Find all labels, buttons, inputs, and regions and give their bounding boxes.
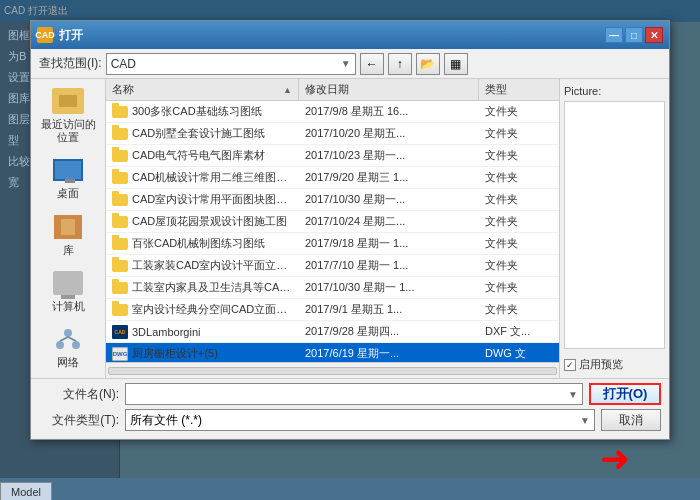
- folder-icon: [112, 128, 128, 140]
- file-row[interactable]: 百张CAD机械制图练习图纸2017/9/18 星期一 1...文件夹: [106, 233, 559, 255]
- filename-combo-arrow: ▼: [568, 389, 578, 400]
- file-row[interactable]: 工装家装CAD室内设计平面立面图块素材2017/7/10 星期一 1...文件夹: [106, 255, 559, 277]
- file-type-cell: 文件夹: [479, 299, 559, 320]
- file-row[interactable]: CAD室内设计常用平面图块图库合集2017/10/30 星期一...文件夹: [106, 189, 559, 211]
- folder-combo[interactable]: CAD ▼: [106, 53, 356, 75]
- file-type-cell: 文件夹: [479, 101, 559, 122]
- filetype-combo[interactable]: 所有文件 (*.*) ▼: [125, 409, 595, 431]
- file-name-cell: 百张CAD机械制图练习图纸: [106, 233, 299, 254]
- open-file-dialog: CAD 打开 — □ ✕ 查找范围(I): CAD ▼ ← ↑ 📂 ▦: [30, 20, 670, 440]
- minimize-button[interactable]: —: [605, 27, 623, 43]
- close-button[interactable]: ✕: [645, 27, 663, 43]
- svg-point-2: [72, 341, 80, 349]
- date-header[interactable]: 修改日期: [299, 79, 479, 100]
- folder-icon: [112, 172, 128, 184]
- model-tab-bar: Model: [0, 478, 700, 500]
- svg-point-0: [64, 329, 72, 337]
- sidebar-item-desktop[interactable]: 桌面: [38, 156, 98, 200]
- file-type-cell: DWG 文: [479, 343, 559, 362]
- sidebar-item-network[interactable]: 网络: [38, 325, 98, 369]
- file-name-text: CAD别墅全套设计施工图纸: [132, 126, 265, 141]
- file-name-text: 工装家装CAD室内设计平面立面图块素材: [132, 258, 293, 273]
- horizontal-scrollbar[interactable]: [106, 362, 559, 378]
- file-row[interactable]: CAD电气符号电气图库素材2017/10/23 星期一...文件夹: [106, 145, 559, 167]
- file-row[interactable]: 室内设计经典分空间CAD立面图库2017/9/1 星期五 1...文件夹: [106, 299, 559, 321]
- filetype-label: 文件类型(T):: [39, 412, 119, 429]
- file-name-text: CAD机械设计常用二维三维图块模型: [132, 170, 293, 185]
- cancel-button-label: 取消: [619, 412, 643, 429]
- file-row[interactable]: CAD机械设计常用二维三维图块模型2017/9/20 星期三 1...文件夹: [106, 167, 559, 189]
- recent-label: 最近访问的位置: [38, 118, 98, 144]
- cancel-button[interactable]: 取消: [601, 409, 661, 431]
- sort-arrow-icon: ▲: [283, 85, 292, 95]
- right-preview-panel: Picture: ✓ 启用预览: [559, 79, 669, 378]
- file-type-cell: DXF 文...: [479, 321, 559, 342]
- file-name-cell: CAD别墅全套设计施工图纸: [106, 123, 299, 144]
- desktop-label: 桌面: [57, 187, 79, 200]
- file-date-cell: 2017/10/23 星期一...: [299, 145, 479, 166]
- back-icon: ←: [366, 57, 378, 71]
- enable-preview-checkbox[interactable]: ✓: [564, 359, 576, 371]
- cad-file-icon: CAD: [112, 325, 128, 339]
- file-row[interactable]: 300多张CAD基础练习图纸2017/9/8 星期五 16...文件夹: [106, 101, 559, 123]
- new-folder-button[interactable]: 📂: [416, 53, 440, 75]
- network-icon: [50, 325, 86, 353]
- file-name-cell: 工装家装CAD室内设计平面立面图块素材: [106, 255, 299, 276]
- computer-label: 计算机: [52, 300, 85, 313]
- file-date-cell: 2017/9/1 星期五 1...: [299, 299, 479, 320]
- file-type-cell: 文件夹: [479, 277, 559, 298]
- file-date-cell: 2017/10/30 星期一...: [299, 189, 479, 210]
- file-name-cell: CAD机械设计常用二维三维图块模型: [106, 167, 299, 188]
- file-date-cell: 2017/9/18 星期一 1...: [299, 233, 479, 254]
- filename-input[interactable]: ▼: [125, 383, 583, 405]
- model-tab[interactable]: Model: [0, 482, 52, 500]
- library-icon: [50, 213, 86, 241]
- desktop-icon: [50, 156, 86, 184]
- sidebar-item-computer[interactable]: 计算机: [38, 269, 98, 313]
- file-date-cell: 2017/7/10 星期一 1...: [299, 255, 479, 276]
- file-name-cell: CAD室内设计常用平面图块图库合集: [106, 189, 299, 210]
- file-name-text: 室内设计经典分空间CAD立面图库: [132, 302, 293, 317]
- file-type-cell: 文件夹: [479, 233, 559, 254]
- file-row[interactable]: CAD3DLamborgini2017/9/28 星期四...DXF 文...: [106, 321, 559, 343]
- type-header[interactable]: 类型: [479, 79, 559, 100]
- name-header[interactable]: 名称 ▲: [106, 79, 299, 100]
- file-name-cell: DWG厨房橱柜设计+(5): [106, 343, 299, 362]
- back-button[interactable]: ←: [360, 53, 384, 75]
- open-button[interactable]: 打开(O): [589, 383, 661, 405]
- svg-point-1: [56, 341, 64, 349]
- file-name-cell: CAD电气符号电气图库素材: [106, 145, 299, 166]
- view-button[interactable]: ▦: [444, 53, 468, 75]
- file-name-text: CAD室内设计常用平面图块图库合集: [132, 192, 293, 207]
- file-name-text: CAD屋顶花园景观设计图施工图: [132, 214, 287, 229]
- file-row[interactable]: CAD屋顶花园景观设计图施工图2017/10/24 星期二...文件夹: [106, 211, 559, 233]
- open-button-label: 打开(O): [603, 385, 648, 403]
- file-name-cell: CAD屋顶花园景观设计图施工图: [106, 211, 299, 232]
- file-name-cell: 工装室内家具及卫生洁具等CAD图库: [106, 277, 299, 298]
- file-date-cell: 2017/9/8 星期五 16...: [299, 101, 479, 122]
- picture-preview-area: [564, 101, 665, 349]
- enable-preview-row: ✓ 启用预览: [564, 357, 665, 372]
- file-row[interactable]: DWG厨房橱柜设计+(5)2017/6/19 星期一...DWG 文: [106, 343, 559, 362]
- file-row[interactable]: 工装室内家具及卫生洁具等CAD图库2017/10/30 星期一 1...文件夹: [106, 277, 559, 299]
- bg-toolbar: CAD 打开退出: [0, 0, 700, 22]
- file-name-text: CAD电气符号电气图库素材: [132, 148, 265, 163]
- library-label: 库: [63, 244, 74, 257]
- view-icon: ▦: [450, 57, 461, 71]
- file-type-cell: 文件夹: [479, 123, 559, 144]
- filename-label: 文件名(N):: [39, 386, 119, 403]
- window-controls: — □ ✕: [605, 27, 663, 43]
- file-row[interactable]: CAD别墅全套设计施工图纸2017/10/20 星期五...文件夹: [106, 123, 559, 145]
- filename-row: 文件名(N): ▼ 打开(O): [39, 383, 661, 405]
- maximize-button[interactable]: □: [625, 27, 643, 43]
- file-name-text: 百张CAD机械制图练习图纸: [132, 236, 265, 251]
- file-list-body: 300多张CAD基础练习图纸2017/9/8 星期五 16...文件夹CAD别墅…: [106, 101, 559, 362]
- places-sidebar: 最近访问的位置 桌面 库: [31, 79, 106, 378]
- up-button[interactable]: ↑: [388, 53, 412, 75]
- filetype-value: 所有文件 (*.*): [130, 412, 202, 429]
- dialog-title-bar: CAD 打开 — □ ✕: [31, 21, 669, 49]
- folder-icon: [112, 216, 128, 228]
- sidebar-item-library[interactable]: 库: [38, 213, 98, 257]
- bottom-area: 文件名(N): ▼ 打开(O) 文件类型(T): 所有文件 (*.*) ▼ 取消: [31, 378, 669, 439]
- sidebar-item-recent[interactable]: 最近访问的位置: [38, 87, 98, 144]
